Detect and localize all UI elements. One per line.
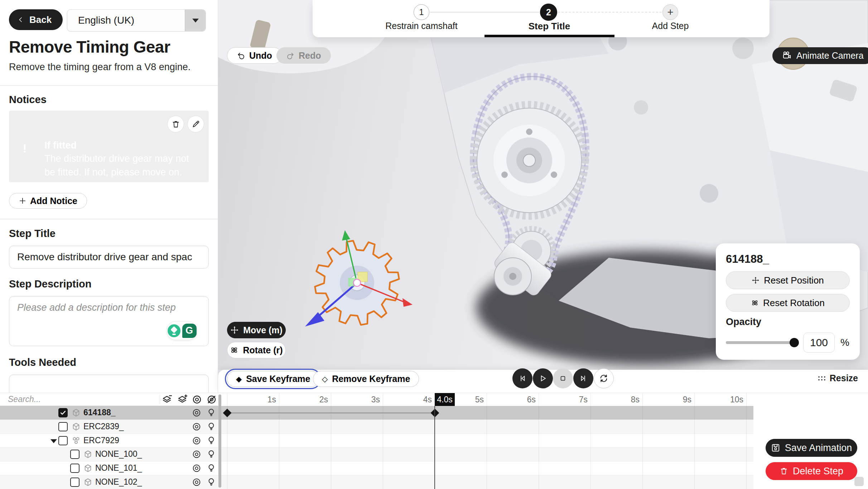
add-step-label[interactable]: Add Step	[652, 21, 689, 31]
drag-dots-icon	[818, 375, 826, 382]
ruler-label: 3s	[331, 393, 383, 406]
reset-rotation-button[interactable]: Reset Rotation	[726, 294, 850, 312]
save-keyframe-button[interactable]: ◆ Save Keyframe	[227, 371, 319, 387]
ruler-label: 4s	[383, 393, 435, 406]
track-name[interactable]: ERC7929	[83, 436, 119, 445]
save-animation-label: Save Animation	[785, 442, 852, 454]
play-icon	[538, 374, 548, 383]
ruler-label: 8s	[590, 393, 642, 406]
notice-card: ! If fitted The distributor drive gear m…	[9, 111, 209, 182]
skip-to-start-button[interactable]	[512, 368, 532, 388]
visibility-toggle-icon[interactable]	[192, 463, 202, 473]
visibility-toggle-icon[interactable]	[192, 477, 202, 487]
rotate-tool-button[interactable]: Rotate (r)	[227, 342, 286, 358]
track-row[interactable]: ERC2839_	[0, 420, 753, 434]
opacity-value-input[interactable]	[803, 333, 835, 353]
visibility-toggle-icon[interactable]	[192, 408, 202, 418]
expand-all-icon[interactable]	[177, 394, 188, 405]
pencil-icon	[192, 120, 200, 129]
collapse-all-icon[interactable]	[161, 394, 172, 405]
hide-all-icon[interactable]	[206, 394, 217, 405]
track-checkbox[interactable]	[58, 422, 68, 431]
highlight-toggle-icon[interactable]	[206, 408, 216, 418]
step-title-heading: Step Title	[9, 228, 56, 239]
tree-scrollbar[interactable]	[218, 394, 221, 488]
move-icon	[230, 326, 239, 334]
track-row[interactable]: NONE_100_	[0, 447, 753, 461]
language-dropdown-button[interactable]	[185, 10, 206, 31]
gridline	[590, 393, 591, 489]
cube-icon	[71, 408, 81, 418]
visibility-toggle-icon[interactable]	[192, 422, 202, 432]
track-row[interactable]: NONE_102_	[0, 475, 753, 489]
track-search-input[interactable]	[8, 394, 137, 405]
add-step-button[interactable]: +	[662, 4, 678, 20]
opacity-slider[interactable]	[726, 341, 797, 344]
animate-camera-label: Animate Camera	[796, 50, 864, 61]
step-1-label[interactable]: Restrain camshaft	[385, 21, 457, 31]
step-2-label[interactable]: Step Title	[529, 21, 570, 32]
reset-position-button[interactable]: Reset Position	[726, 271, 850, 289]
grammarly-widget[interactable]: G	[167, 321, 197, 340]
add-notice-button[interactable]: Add Notice	[9, 193, 87, 209]
notice-body: The distributor drive gear may not be fi…	[44, 152, 198, 179]
redo-button[interactable]: Redo	[276, 47, 331, 64]
step-title-input[interactable]	[9, 246, 209, 268]
step-2-circle[interactable]: 2	[540, 4, 557, 21]
track-name[interactable]: NONE_102_	[95, 477, 142, 487]
animation-step-editor: 1 Restrain camshaft 2 Step Title + Add S…	[0, 0, 868, 489]
opacity-slider-thumb[interactable]	[790, 338, 799, 347]
delete-notice-button[interactable]	[167, 116, 184, 132]
skip-to-end-button[interactable]	[573, 368, 593, 388]
visibility-toggle-icon[interactable]	[192, 436, 202, 446]
divider	[0, 219, 218, 219]
expand-caret-icon[interactable]	[50, 439, 57, 443]
undo-button[interactable]: Undo	[227, 47, 282, 64]
track-row[interactable]: ERC7929	[0, 434, 753, 448]
current-time-badge[interactable]: 4.0s	[435, 393, 455, 406]
loop-button[interactable]	[594, 368, 614, 388]
save-animation-button[interactable]: Save Animation	[766, 439, 857, 457]
language-select[interactable]: English (UK)	[67, 9, 206, 32]
step-connector-1	[430, 12, 539, 13]
divider	[0, 85, 218, 86]
scrollbar-nub[interactable]	[854, 477, 864, 486]
remove-keyframe-button[interactable]: ◇ Remove Keyframe	[313, 371, 419, 387]
highlight-toggle-icon[interactable]	[206, 436, 216, 446]
edit-notice-button[interactable]	[187, 116, 204, 132]
move-tool-button[interactable]: Move (m)	[227, 322, 286, 338]
gridline	[642, 393, 643, 489]
resize-label: Resize	[830, 373, 858, 383]
part-name: 614188_	[726, 253, 850, 266]
reset-rotation-label: Reset Rotation	[763, 297, 825, 309]
divider	[160, 395, 160, 404]
reset-position-label: Reset Position	[764, 275, 824, 286]
timeline-resize-handle[interactable]: Resize	[818, 373, 858, 383]
track-name[interactable]: NONE_100_	[95, 449, 142, 459]
play-button[interactable]	[533, 368, 553, 388]
highlight-toggle-icon[interactable]	[206, 463, 216, 473]
track-name[interactable]: ERC2839_	[83, 422, 124, 431]
track-checkbox[interactable]	[58, 408, 68, 417]
animate-camera-button[interactable]: Animate Camera	[772, 47, 868, 64]
track-row[interactable]: NONE_101_	[0, 461, 753, 475]
highlight-toggle-icon[interactable]	[206, 422, 216, 432]
track-name[interactable]: NONE_101_	[95, 463, 142, 473]
chevron-down-icon	[192, 19, 199, 23]
visibility-toggle-icon[interactable]	[192, 449, 202, 459]
delete-step-button[interactable]: Delete Step	[766, 462, 857, 480]
highlight-toggle-icon[interactable]	[206, 477, 216, 487]
lesson-title: Remove Timing Gear	[9, 37, 170, 57]
show-all-icon[interactable]	[192, 394, 202, 405]
track-checkbox[interactable]	[58, 436, 68, 445]
track-name[interactable]: 614188_	[83, 408, 116, 417]
track-checkbox[interactable]	[70, 464, 79, 473]
stop-button[interactable]	[553, 368, 573, 388]
track-checkbox[interactable]	[70, 478, 79, 487]
remove-keyframe-label: Remove Keyframe	[332, 374, 410, 384]
playhead-line[interactable]	[434, 406, 435, 489]
highlight-toggle-icon[interactable]	[206, 449, 216, 459]
back-button[interactable]: Back	[9, 9, 63, 30]
step-1-circle[interactable]: 1	[414, 4, 429, 20]
track-checkbox[interactable]	[70, 450, 79, 459]
